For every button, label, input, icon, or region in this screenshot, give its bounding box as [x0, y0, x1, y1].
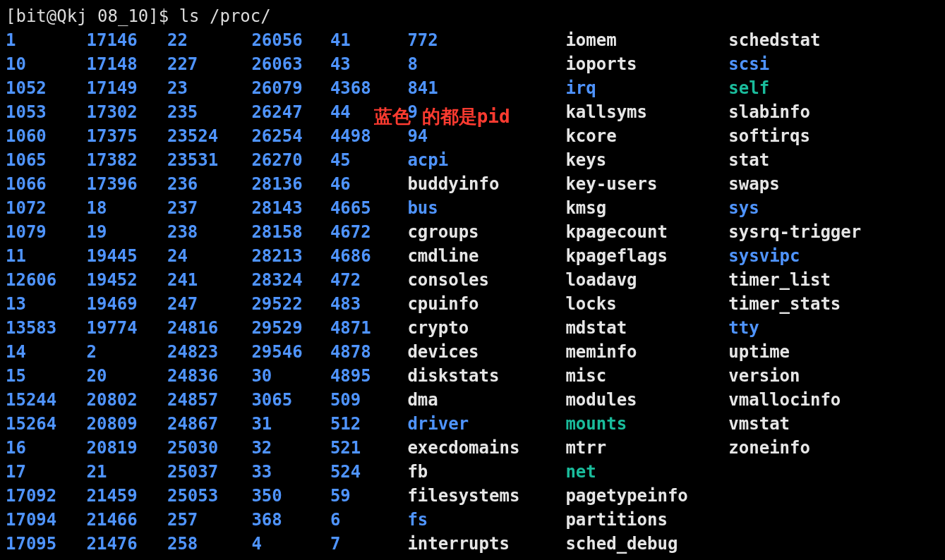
ls-entry: schedstat [728, 28, 939, 52]
ls-column: 1714617148171491730217375173821739618191… [86, 28, 167, 556]
ls-entry: 1065 [6, 148, 86, 172]
ls-entry: 19452 [86, 268, 167, 292]
ls-entry: timer_stats [728, 292, 939, 316]
ls-entry: 15 [6, 364, 86, 388]
ls-entry: mdstat [565, 316, 728, 340]
ls-entry: 17146 [86, 28, 167, 52]
ls-entry: 19445 [86, 244, 167, 268]
ls-entry: 31 [251, 412, 330, 436]
ls-entry: mounts [565, 412, 728, 436]
ls-entry: buddyinfo [407, 172, 565, 196]
ls-entry: 2 [86, 340, 167, 364]
ls-entry: 841 [407, 76, 565, 100]
ls-entry: fs [407, 508, 565, 532]
ls-entry: self [728, 76, 939, 100]
ls-entry: 524 [330, 460, 408, 484]
terminal-window[interactable]: [bit@Qkj 08_10]$ ls /proc/ 1101052105310… [0, 0, 945, 560]
ls-entry: 1060 [6, 124, 86, 148]
ls-entry: kmsg [565, 196, 728, 220]
ls-entry: 23524 [167, 124, 251, 148]
ls-entry: diskstats [407, 364, 565, 388]
ls-entry: uptime [728, 340, 939, 364]
ls-entry: 41 [330, 28, 408, 52]
ls-entry: 4871 [330, 316, 408, 340]
ls-entry: iomem [565, 28, 728, 52]
ls-entry: 13583 [6, 316, 86, 340]
ls-entry: 21466 [86, 508, 167, 532]
ls-entry: 3065 [251, 388, 330, 412]
ls-entry: kallsyms [565, 100, 728, 124]
ls-entry: 227 [167, 52, 251, 76]
ls-entry: 23 [167, 76, 251, 100]
ls-entry: partitions [565, 508, 728, 532]
ls-entry: 21476 [86, 532, 167, 556]
ls-entry: driver [407, 412, 565, 436]
ls-entry: 33 [251, 460, 330, 484]
ls-entry: 9 [407, 100, 565, 124]
ls-entry: meminfo [565, 340, 728, 364]
ls-entry: 26063 [251, 52, 330, 76]
ls-entry: 29529 [251, 316, 330, 340]
ls-entry: 25037 [167, 460, 251, 484]
ls-entry: 237 [167, 196, 251, 220]
ls-entry: 29546 [251, 340, 330, 364]
ls-entry: 247 [167, 292, 251, 316]
ls-entry: 26056 [251, 28, 330, 52]
ls-output: 1101052105310601065106610721079111260613… [6, 28, 939, 556]
ls-entry: interrupts [407, 532, 565, 556]
ls-entry: net [565, 460, 728, 484]
ls-entry: 1066 [6, 172, 86, 196]
ls-entry: 28136 [251, 172, 330, 196]
ls-entry: 472 [330, 268, 408, 292]
ls-entry: 4895 [330, 364, 408, 388]
ls-entry: 17396 [86, 172, 167, 196]
ls-entry: swaps [728, 172, 939, 196]
ls-entry: irq [565, 76, 728, 100]
ls-entry: 1053 [6, 100, 86, 124]
ls-entry: 26247 [251, 100, 330, 124]
ls-entry: 30 [251, 364, 330, 388]
ls-entry: cgroups [407, 220, 565, 244]
ls-entry: 17382 [86, 148, 167, 172]
ls-entry: 7 [330, 532, 408, 556]
ls-entry: 19774 [86, 316, 167, 340]
ls-entry: vmstat [728, 412, 939, 436]
ls-entry: 20 [86, 364, 167, 388]
ls-entry: slabinfo [728, 100, 939, 124]
ls-entry: 4878 [330, 340, 408, 364]
ls-entry: keys [565, 148, 728, 172]
ls-entry: 483 [330, 292, 408, 316]
ls-entry: 1079 [6, 220, 86, 244]
ls-column: 2222723235235242353123623723824241247248… [167, 28, 251, 556]
ls-entry: tty [728, 316, 939, 340]
ls-entry: 28143 [251, 196, 330, 220]
ls-entry: crypto [407, 316, 565, 340]
ls-entry: 6 [330, 508, 408, 532]
ls-entry: 23531 [167, 148, 251, 172]
ls-entry: version [728, 364, 939, 388]
ls-entry: kcore [565, 124, 728, 148]
ls-entry: 4498 [330, 124, 408, 148]
ls-column: 2605626063260792624726254262702813628143… [251, 28, 330, 556]
ls-entry: 1052 [6, 76, 86, 100]
ls-entry: 21 [86, 460, 167, 484]
ls-entry: 512 [330, 412, 408, 436]
ls-column: schedstatscsiselfslabinfosoftirqsstatswa… [728, 28, 939, 460]
ls-entry: stat [728, 148, 939, 172]
ls-entry: sysvipc [728, 244, 939, 268]
ls-entry: 17375 [86, 124, 167, 148]
ls-entry: 20802 [86, 388, 167, 412]
ls-entry: 20809 [86, 412, 167, 436]
ls-entry: 59 [330, 484, 408, 508]
ls-entry: 94 [407, 124, 565, 148]
ls-entry: loadavg [565, 268, 728, 292]
ls-entry: 46 [330, 172, 408, 196]
ls-column: iomemioportsirqkallsymskcorekeyskey-user… [565, 28, 728, 556]
ls-entry: zoneinfo [728, 436, 939, 460]
ls-entry: 24 [167, 244, 251, 268]
ls-entry: 45 [330, 148, 408, 172]
ls-entry: 258 [167, 532, 251, 556]
ls-entry: 24857 [167, 388, 251, 412]
ls-entry: acpi [407, 148, 565, 172]
ls-entry: 17095 [6, 532, 86, 556]
